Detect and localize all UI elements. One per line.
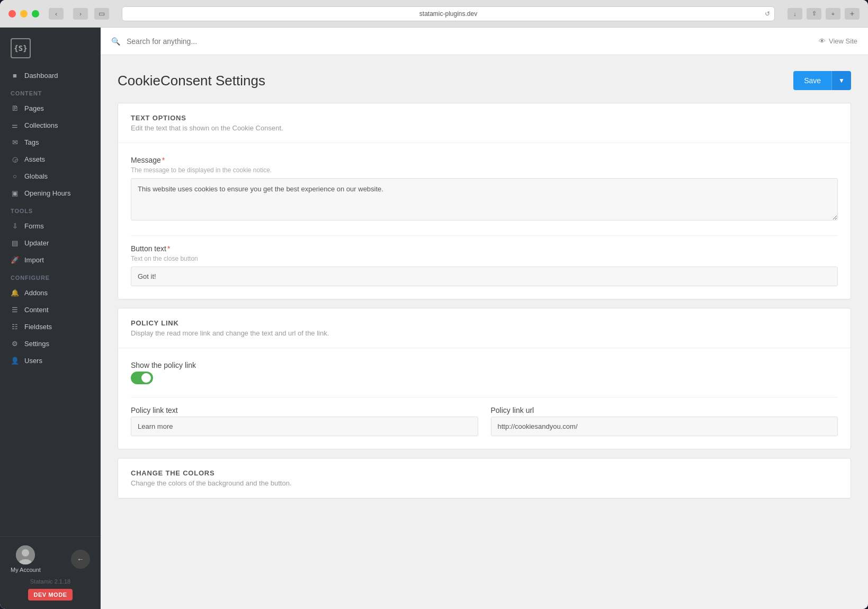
text-options-header: TEXT OPTIONS Edit the text that is shown… bbox=[118, 103, 851, 143]
divider bbox=[131, 235, 838, 236]
policy-link-toggle[interactable] bbox=[131, 372, 153, 384]
sidebar-section-tools: TOOLS bbox=[0, 201, 101, 217]
main-content: 🔍 👁 View Site CookieConsent Settings Sav… bbox=[101, 28, 868, 609]
maximize-button[interactable] bbox=[32, 10, 39, 17]
sidebar-item-collections[interactable]: ⚌ Collections bbox=[0, 117, 101, 134]
sidebar-item-globals[interactable]: ○ Globals bbox=[0, 167, 101, 184]
page-header: CookieConsent Settings Save ▼ bbox=[118, 71, 851, 90]
change-colors-header: CHANGE THE COLORS Change the colors of t… bbox=[118, 458, 851, 498]
url-text: statamic-plugins.dev bbox=[419, 10, 477, 17]
sidebar-label-opening-hours: Opening Hours bbox=[24, 189, 70, 197]
topbar: 🔍 👁 View Site bbox=[101, 28, 868, 55]
sidebar-label-forms: Forms bbox=[24, 222, 44, 230]
view-site-button[interactable]: 👁 View Site bbox=[819, 37, 857, 45]
sidebar-bottom-row: My Account ← bbox=[11, 545, 90, 573]
message-textarea[interactable]: This website uses cookies to ensure you … bbox=[131, 178, 838, 220]
content-icon: ☰ bbox=[11, 305, 19, 314]
fieldsets-icon: ☷ bbox=[11, 322, 19, 331]
new-tab-icon[interactable]: + bbox=[826, 8, 840, 20]
text-options-body: Message* The message to be displayed in … bbox=[118, 143, 851, 299]
minimize-button[interactable] bbox=[20, 10, 28, 17]
logout-icon: ← bbox=[77, 555, 84, 563]
sidebar-item-assets[interactable]: ◶ Assets bbox=[0, 151, 101, 167]
text-options-title: TEXT OPTIONS bbox=[131, 114, 838, 122]
toolbar-right: ↓ ⇧ + ＋ bbox=[788, 8, 860, 20]
sidebar-label-content: Content bbox=[24, 306, 49, 314]
sidebar-label-settings: Settings bbox=[24, 340, 49, 348]
sidebar-section-content: CONTENT bbox=[0, 84, 101, 100]
sidebar-label-collections: Collections bbox=[24, 121, 58, 129]
sidebar-item-dashboard[interactable]: ■ Dashboard bbox=[0, 67, 101, 84]
search-input[interactable] bbox=[127, 37, 812, 46]
sidebar-label-updater: Updater bbox=[24, 239, 49, 247]
policy-link-url-input[interactable] bbox=[491, 417, 838, 436]
sidebar-item-import[interactable]: 🚀 Import bbox=[0, 251, 101, 268]
sidebar-item-fieldsets[interactable]: ☷ Fieldsets bbox=[0, 318, 101, 335]
dev-mode-button[interactable]: DEV MODE bbox=[28, 589, 72, 601]
divider-2 bbox=[131, 397, 838, 398]
sidebar-item-updater[interactable]: ▤ Updater bbox=[0, 234, 101, 251]
sidebar-item-addons[interactable]: 🔔 Addons bbox=[0, 284, 101, 301]
settings-icon: ⚙ bbox=[11, 339, 19, 348]
toggle-slider bbox=[131, 372, 153, 384]
globals-icon: ○ bbox=[11, 172, 19, 180]
save-button[interactable]: Save bbox=[793, 71, 831, 90]
show-policy-link-group: Show the policy link bbox=[131, 361, 838, 384]
sidebar-logo: {S} bbox=[0, 28, 101, 67]
change-colors-title: CHANGE THE COLORS bbox=[131, 469, 838, 477]
policy-link-card: POLICY LINK Display the read more link a… bbox=[118, 308, 851, 449]
import-icon: 🚀 bbox=[11, 255, 19, 264]
sidebar-label-dashboard: Dashboard bbox=[24, 72, 58, 80]
button-text-desc: Text on the close button bbox=[131, 255, 838, 262]
user-area[interactable]: My Account bbox=[11, 545, 41, 573]
sidebar-item-opening-hours[interactable]: ▣ Opening Hours bbox=[0, 184, 101, 201]
sidebar-item-pages[interactable]: 🖹 Pages bbox=[0, 100, 101, 117]
message-field-group: Message* The message to be displayed in … bbox=[131, 156, 838, 223]
back-button[interactable]: ‹ bbox=[49, 8, 64, 20]
sidebar-label-fieldsets: Fieldsets bbox=[24, 323, 52, 331]
sidebar-section-configure: CONFIGURE bbox=[0, 268, 101, 284]
assets-icon: ◶ bbox=[11, 155, 19, 163]
sidebar-item-tags[interactable]: ✉ Tags bbox=[0, 134, 101, 151]
sidebar-label-pages: Pages bbox=[24, 104, 44, 112]
add-tab-icon[interactable]: ＋ bbox=[845, 8, 860, 20]
button-text-label: Button text* bbox=[131, 244, 838, 253]
text-options-card: TEXT OPTIONS Edit the text that is shown… bbox=[118, 103, 851, 299]
forward-button[interactable]: › bbox=[73, 8, 88, 20]
message-required: * bbox=[162, 156, 165, 164]
sidebar-label-addons: Addons bbox=[24, 289, 48, 297]
sidebar-bottom: My Account ← Statamic 2.1.18 DEV MODE bbox=[0, 536, 101, 609]
policy-link-body: Show the policy link Policy link text bbox=[118, 348, 851, 449]
content-area: CookieConsent Settings Save ▼ TEXT OPTIO… bbox=[101, 55, 868, 609]
sidebar-item-users[interactable]: 👤 Users bbox=[0, 352, 101, 369]
reload-icon[interactable]: ↺ bbox=[765, 10, 770, 17]
svg-point-1 bbox=[22, 549, 29, 557]
users-icon: 👤 bbox=[11, 356, 19, 365]
policy-link-text-input[interactable] bbox=[131, 417, 478, 436]
forms-icon: ⇩ bbox=[11, 222, 19, 230]
logout-button[interactable]: ← bbox=[71, 550, 90, 569]
policy-link-columns: Policy link text Policy link url bbox=[131, 406, 838, 436]
downloads-icon[interactable]: ↓ bbox=[788, 8, 802, 20]
text-options-desc: Edit the text that is shown on the Cooki… bbox=[131, 124, 838, 132]
sidebar-item-forms[interactable]: ⇩ Forms bbox=[0, 217, 101, 234]
close-button[interactable] bbox=[8, 10, 16, 17]
button-text-field-group: Button text* Text on the close button bbox=[131, 244, 838, 286]
button-text-input[interactable] bbox=[131, 267, 838, 286]
version-label: Statamic 2.1.18 bbox=[11, 578, 90, 585]
opening-hours-icon: ▣ bbox=[11, 189, 19, 197]
sidebar-toggle-button[interactable]: ▭ bbox=[94, 8, 109, 20]
logo-box: {S} bbox=[11, 38, 31, 58]
share-icon[interactable]: ⇧ bbox=[807, 8, 821, 20]
sidebar-item-settings[interactable]: ⚙ Settings bbox=[0, 335, 101, 352]
change-colors-desc: Change the colors of the background and … bbox=[131, 479, 838, 487]
view-site-label: View Site bbox=[829, 37, 857, 45]
tags-icon: ✉ bbox=[11, 138, 19, 146]
save-caret-button[interactable]: ▼ bbox=[831, 71, 851, 90]
sidebar-label-tags: Tags bbox=[24, 138, 39, 146]
sidebar-item-content[interactable]: ☰ Content bbox=[0, 301, 101, 318]
dashboard-icon: ■ bbox=[11, 71, 19, 80]
sidebar: {S} ■ Dashboard CONTENT 🖹 Pages ⚌ Collec… bbox=[0, 28, 101, 609]
url-bar[interactable]: statamic-plugins.dev ↺ bbox=[122, 6, 775, 21]
sidebar-label-globals: Globals bbox=[24, 172, 48, 180]
